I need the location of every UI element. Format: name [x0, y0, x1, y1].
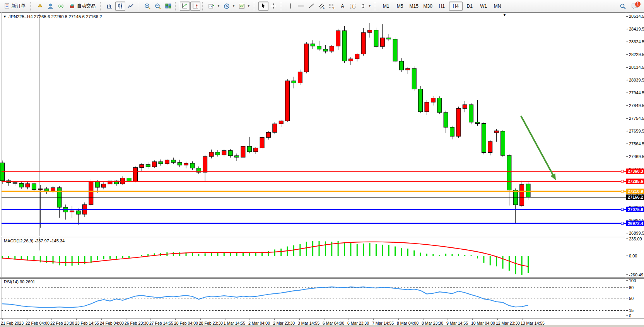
- price-badge-27210.9: 27210.9: [628, 189, 643, 194]
- candle-body: [102, 184, 106, 187]
- macd-bar: [128, 256, 130, 258]
- candle-body: [488, 141, 492, 152]
- search-icon: [620, 3, 626, 9]
- candle-body: [469, 105, 473, 122]
- price-tick: 27659.5: [629, 129, 644, 133]
- market-watch-button[interactable]: [35, 2, 45, 11]
- text-tool-button[interactable]: A: [338, 2, 348, 11]
- tf-button-h4[interactable]: H4: [449, 2, 463, 11]
- price-tick: 28514.5: [629, 14, 644, 19]
- chart-canvas[interactable]: ▼JPN225-.H4 27265.6 27280.8 27145.6 2716…: [0, 12, 644, 327]
- horizontal-line-tool-button[interactable]: [296, 2, 306, 11]
- support-button[interactable]: [45, 2, 55, 11]
- periods-button[interactable]: ▼: [222, 2, 237, 11]
- candle-body: [368, 30, 372, 32]
- tf-button-d1[interactable]: D1: [463, 2, 477, 11]
- hline-handle[interactable]: [621, 190, 624, 192]
- toolbar-separator: [254, 2, 256, 10]
- text-label-icon: T: [350, 3, 356, 9]
- tf-button-h1[interactable]: H1: [435, 2, 449, 11]
- candle-body: [419, 89, 423, 112]
- tf-button-w1[interactable]: W1: [477, 2, 490, 11]
- price-tick: 28419.5: [629, 27, 644, 31]
- candle-body: [32, 184, 36, 189]
- macd-bar: [40, 256, 41, 262]
- new-order-button[interactable]: 新订单: [2, 2, 28, 11]
- candlestick-mode-button[interactable]: [115, 2, 125, 11]
- macd-bar: [59, 256, 60, 265]
- price-tick: 27469.5: [629, 154, 644, 159]
- fibonacci-icon: F: [329, 3, 335, 9]
- candle-body: [196, 168, 201, 172]
- macd-bar: [388, 245, 389, 256]
- horizontal-line-icon: [298, 3, 304, 9]
- support-agent-icon: [47, 3, 54, 9]
- price-tick: 27944.5: [629, 90, 644, 95]
- zoom-out-button[interactable]: [153, 2, 163, 11]
- fibonacci-tool-button[interactable]: F: [327, 2, 337, 11]
- tf-button-m30[interactable]: M30: [421, 2, 435, 11]
- chart-shift-button[interactable]: [190, 2, 200, 11]
- tf-button-m1[interactable]: M1: [379, 2, 393, 11]
- crosshair-icon: [271, 3, 277, 9]
- candle-body: [171, 160, 176, 162]
- hline-handle[interactable]: [621, 170, 624, 172]
- rsi-tick: 100: [629, 278, 636, 283]
- hline-handle[interactable]: [621, 180, 624, 182]
- macd-tick: -260.49: [629, 272, 643, 277]
- text-label-tool-button[interactable]: T: [348, 2, 358, 11]
- candle-body: [222, 151, 226, 155]
- candle-body: [330, 46, 334, 51]
- trendline-tool-button[interactable]: [306, 2, 316, 11]
- macd-bar: [46, 256, 47, 263]
- candle-body: [482, 123, 486, 152]
- macd-bar: [72, 256, 73, 266]
- svg-text:▼: ▼: [3, 15, 7, 19]
- channel-icon: E: [318, 3, 325, 9]
- candle-body: [298, 72, 302, 83]
- chart-background: [0, 12, 644, 327]
- macd-bar: [274, 249, 275, 256]
- candle-body: [317, 46, 321, 49]
- arrows-tool-button[interactable]: ▼: [359, 2, 373, 11]
- templates-button[interactable]: ▼: [237, 2, 252, 11]
- candle-body: [241, 146, 245, 157]
- crosshair-tool-button[interactable]: [269, 2, 279, 11]
- indicators-button[interactable]: ▼: [207, 2, 222, 11]
- candle-body: [178, 162, 182, 165]
- chart-window[interactable]: ▼JPN225-.H4 27265.6 27280.8 27145.6 2716…: [0, 12, 644, 327]
- candle-body: [235, 156, 239, 157]
- line-chart-mode-button[interactable]: [126, 2, 136, 11]
- tile-windows-button[interactable]: [163, 2, 173, 11]
- macd-bar: [109, 256, 111, 259]
- dropdown-arrow-icon: ▼: [247, 4, 250, 8]
- notifications-button[interactable]: 1: [630, 2, 640, 11]
- vertical-line-tool-button[interactable]: [285, 2, 296, 11]
- zoom-in-button[interactable]: [142, 2, 152, 11]
- macd-bar: [65, 256, 66, 266]
- tf-button-m15[interactable]: M15: [407, 2, 421, 11]
- macd-bar: [464, 255, 465, 256]
- macd-bar: [515, 256, 516, 274]
- tf-button-m5[interactable]: M5: [393, 2, 407, 11]
- timeframe-group: M1M5M15M30H1H4D1W1MN: [379, 2, 504, 11]
- signals-button[interactable]: [56, 2, 66, 11]
- macd-bar: [369, 243, 371, 256]
- auto-scroll-button[interactable]: [180, 2, 190, 11]
- macd-bar: [357, 244, 358, 256]
- macd-bar: [255, 253, 256, 256]
- template-icon: [239, 3, 245, 9]
- tf-button-mn[interactable]: MN: [491, 2, 504, 11]
- new-order-label: 新订单: [12, 3, 26, 9]
- price-tick: 27754.5: [629, 116, 644, 121]
- hline-handle[interactable]: [621, 222, 624, 225]
- search-button[interactable]: [618, 2, 628, 11]
- bar-chart-mode-button[interactable]: [105, 2, 115, 11]
- hline-handle[interactable]: [621, 208, 624, 211]
- macd-bar: [192, 253, 193, 256]
- autotrade-button[interactable]: 自动交易: [66, 2, 98, 11]
- equidistant-channel-tool-button[interactable]: E: [317, 2, 327, 11]
- candle-body: [140, 165, 144, 168]
- cursor-tool-button[interactable]: [258, 2, 268, 11]
- macd-bar: [84, 256, 85, 264]
